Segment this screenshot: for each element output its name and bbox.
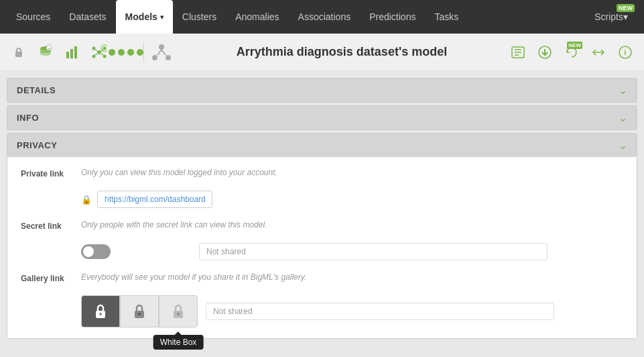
info-title: INFO xyxy=(17,113,39,123)
svg-rect-0 xyxy=(15,52,22,57)
secret-link-not-shared xyxy=(199,243,548,260)
svg-line-14 xyxy=(95,54,97,55)
refresh-new-badge: NEW xyxy=(567,42,582,49)
gallery-link-row: Gallery link Everybody will see your mod… xyxy=(21,272,623,283)
nav-scripts[interactable]: Scripts ▾ NEW xyxy=(585,0,637,34)
nav-tasks[interactable]: Tasks xyxy=(425,0,468,34)
svg-line-21 xyxy=(157,50,162,55)
top-navigation: Sources Datasets Models ▾ Clusters Anoma… xyxy=(0,0,644,34)
svg-rect-4 xyxy=(66,52,69,58)
nav-datasets[interactable]: Datasets xyxy=(60,0,115,34)
nav-clusters[interactable]: Clusters xyxy=(173,0,226,34)
svg-line-22 xyxy=(162,50,166,55)
toolbar-divider xyxy=(143,42,144,62)
svg-rect-5 xyxy=(70,49,73,58)
info-header[interactable]: INFO ⌄ xyxy=(7,106,637,130)
privacy-content: Private link Only you can view this mode… xyxy=(7,157,637,338)
toolbar: + ▾ xyxy=(0,34,644,71)
models-dropdown-arrow: ▾ xyxy=(160,13,164,21)
gallery-icons: White Box xyxy=(81,295,198,327)
nav-sources[interactable]: Sources xyxy=(7,0,60,34)
svg-line-15 xyxy=(101,54,103,55)
scripts-new-badge: NEW xyxy=(617,4,635,12)
svg-text:+: + xyxy=(48,46,50,50)
privacy-header[interactable]: PRIVACY ⌄ xyxy=(7,134,637,157)
model-title: Arrythmia diagnosis dataset's model xyxy=(180,45,503,59)
svg-line-12 xyxy=(95,50,97,51)
svg-point-7 xyxy=(97,50,101,54)
private-link-row: Private link Only you can view this mode… xyxy=(21,168,623,178)
svg-point-32 xyxy=(99,313,102,315)
svg-text:▾: ▾ xyxy=(104,47,106,51)
private-link-url-row: 🔒 xyxy=(81,191,623,208)
svg-text:i: i xyxy=(624,48,626,56)
privacy-chevron: ⌄ xyxy=(619,139,627,152)
info-icon[interactable]: i xyxy=(613,40,637,64)
secret-link-toggle[interactable] xyxy=(81,244,111,259)
refresh-icon[interactable]: NEW xyxy=(560,40,584,64)
gallery-not-shared xyxy=(206,303,554,320)
model-icon xyxy=(149,40,174,64)
secret-link-controls-row xyxy=(81,243,623,260)
secret-link-label: Secret link xyxy=(21,220,81,231)
private-link-input-row: 🔒 xyxy=(81,191,212,208)
gallery-link-label: Gallery link xyxy=(21,272,81,283)
secret-link-row: Secret link Only people with the secret … xyxy=(21,220,623,231)
branch-toolbar-icon[interactable]: ▾ xyxy=(87,40,111,64)
details-chevron: ⌄ xyxy=(619,84,627,97)
main-content: DETAILS ⌄ INFO ⌄ PRIVACY ⌄ Private link … xyxy=(0,71,644,348)
svg-point-19 xyxy=(152,55,157,60)
svg-point-34 xyxy=(138,313,141,315)
privacy-title: PRIVACY xyxy=(17,140,57,150)
gallery-link-desc: Everybody will see your model if you sha… xyxy=(81,272,623,282)
predict-icon[interactable] xyxy=(506,40,530,64)
private-link-label: Private link xyxy=(21,168,81,178)
svg-rect-6 xyxy=(74,46,77,58)
lock-toolbar-icon[interactable] xyxy=(7,40,31,64)
gallery-secret-btn[interactable] xyxy=(120,295,159,327)
svg-point-18 xyxy=(159,44,164,50)
secret-link-desc: Only people with the secret link can vie… xyxy=(81,220,623,230)
download-icon[interactable] xyxy=(533,40,557,64)
svg-point-10 xyxy=(92,54,96,58)
private-url-input[interactable] xyxy=(97,191,212,208)
database-toolbar-icon[interactable]: + xyxy=(34,40,58,64)
chart-toolbar-icon[interactable] xyxy=(60,40,84,64)
gallery-icons-row: White Box xyxy=(81,295,623,327)
gallery-whitebox-btn[interactable]: White Box xyxy=(159,295,198,327)
nav-associations[interactable]: Associations xyxy=(289,0,361,34)
gallery-private-btn[interactable] xyxy=(81,295,120,327)
svg-point-8 xyxy=(92,46,96,50)
toggle-slider xyxy=(81,244,111,259)
url-lock-icon: 🔒 xyxy=(81,195,92,205)
details-title: DETAILS xyxy=(17,85,56,95)
nav-anomalies[interactable]: Anomalies xyxy=(226,0,288,34)
nav-predictions[interactable]: Predictions xyxy=(360,0,425,34)
private-link-desc: Only you can view this model logged into… xyxy=(81,168,623,177)
svg-point-11 xyxy=(103,54,107,58)
code-icon[interactable] xyxy=(586,40,610,64)
info-section: INFO ⌄ xyxy=(7,105,637,130)
progress-dots-icon xyxy=(114,40,138,64)
svg-point-20 xyxy=(166,55,171,60)
details-section: DETAILS ⌄ xyxy=(7,78,637,103)
info-chevron: ⌄ xyxy=(619,111,627,124)
gallery-icon-wrapper: White Box xyxy=(81,295,198,327)
nav-models[interactable]: Models ▾ xyxy=(116,0,173,34)
toolbar-right-icons: NEW i xyxy=(506,40,637,64)
details-header[interactable]: DETAILS ⌄ xyxy=(7,79,637,102)
svg-point-36 xyxy=(177,313,180,315)
white-box-tooltip: White Box xyxy=(153,335,204,350)
privacy-section: PRIVACY ⌄ Private link Only you can view… xyxy=(7,133,637,339)
